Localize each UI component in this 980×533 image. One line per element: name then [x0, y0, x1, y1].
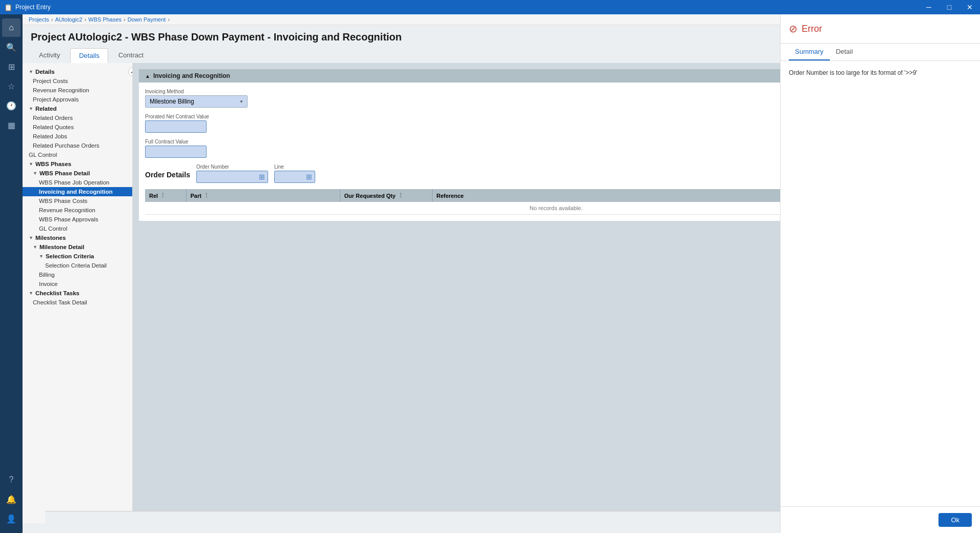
col-part-menu-icon[interactable]: ⋮	[203, 192, 209, 199]
tree-item-billing[interactable]: Billing	[23, 270, 132, 279]
tree-item-project-costs[interactable]: Project Costs	[23, 76, 132, 86]
error-footer: Ok	[781, 506, 980, 533]
breadcrumb-wbs-phases[interactable]: WBS Phases	[88, 16, 121, 23]
line-input-wrapper: 1 ⊞	[274, 171, 315, 183]
invoicing-method-select-wrapper: Milestone Billing	[145, 95, 248, 108]
tree-item-invoicing-recognition[interactable]: Invoicing and Recognition	[23, 187, 132, 196]
tree-item-related-section[interactable]: ▼Related	[23, 104, 132, 113]
tree-item-checklist-task-detail[interactable]: Checklist Task Detail	[23, 298, 132, 307]
error-title-text: Error	[802, 24, 822, 34]
tab-details[interactable]: Details	[70, 48, 108, 63]
invoicing-method-label: Invoicing Method	[145, 89, 248, 94]
tree-item-wbs-phase-detail[interactable]: ▼WBS Phase Detail	[23, 169, 132, 178]
tree-item-related-jobs[interactable]: Related Jobs	[23, 132, 132, 141]
sidebar-menu-icon[interactable]: ⊞	[2, 57, 21, 76]
section-title: Invoicing and Recognition	[153, 72, 230, 79]
breadcrumb-projects[interactable]: Projects	[29, 16, 49, 23]
error-body: Order Number is too large for its format…	[781, 61, 980, 506]
tab-contract[interactable]: Contract	[110, 48, 152, 63]
tree-item-invoice[interactable]: Invoice	[23, 279, 132, 289]
sidebar-bottom: ? 🔔 👤	[2, 470, 21, 529]
window-controls: ─ □ ✕	[918, 0, 980, 14]
full-contract-group: Full Contract Value 0.00	[145, 139, 207, 158]
sidebar-bell-icon[interactable]: 🔔	[2, 490, 21, 508]
prorated-net-contract-label: Prorated Net Contract Value	[145, 114, 209, 119]
sidebar-home-icon[interactable]: ⌂	[2, 18, 21, 37]
error-tab-summary[interactable]: Summary	[789, 44, 830, 60]
tree-item-details-section[interactable]: ▼Details	[23, 67, 132, 76]
tree-item-milestones[interactable]: ▼Milestones	[23, 233, 132, 242]
sidebar-grid-icon[interactable]: ▦	[2, 116, 21, 134]
app-icon: 📋	[4, 4, 12, 11]
tree-nav: ▼DetailsProject CostsRevenue Recognition…	[23, 63, 133, 523]
maximize-btn[interactable]: □	[939, 0, 959, 14]
tree-item-project-approvals[interactable]: Project Approvals	[23, 95, 132, 104]
col-rel: Rel ⋮	[145, 189, 186, 202]
main-area: Projects › AUtologic2 › WBS Phases › Dow…	[23, 14, 980, 533]
sidebar-clock-icon[interactable]: 🕐	[2, 96, 21, 115]
tree-item-wbs-phases[interactable]: ▼WBS Phases	[23, 159, 132, 169]
full-contract-value-input[interactable]: 0.00	[145, 146, 207, 158]
sidebar-search-icon[interactable]: 🔍	[2, 38, 21, 56]
tree-item-gl-control-wbs[interactable]: GL Control	[23, 224, 132, 233]
col-part: Part ⋮	[186, 189, 340, 202]
invoicing-method-group: Invoicing Method Milestone Billing	[145, 89, 248, 108]
order-details-title: Order Details	[145, 171, 190, 179]
page-title: Project AUtologic2 - WBS Phase Down Paym…	[31, 31, 798, 43]
minimize-btn[interactable]: ─	[918, 0, 939, 14]
tree-item-related-orders[interactable]: Related Orders	[23, 113, 132, 122]
sidebar-help-icon[interactable]: ?	[2, 470, 21, 489]
tree-item-checklist-tasks[interactable]: ▼Checklist Tasks	[23, 289, 132, 298]
full-contract-label: Full Contract Value	[145, 139, 207, 145]
tree-item-revenue-recognition[interactable]: Revenue Recognition	[23, 86, 132, 95]
breadcrumb-down-payment[interactable]: Down Payment	[128, 16, 166, 23]
line-group: Line 1 ⊞	[274, 164, 315, 183]
line-label: Line	[274, 164, 315, 170]
col-qty-menu-icon[interactable]: ⋮	[398, 192, 403, 199]
tab-activity[interactable]: Activity	[31, 48, 68, 63]
line-clear-icon[interactable]: ⊞	[306, 173, 312, 181]
close-btn[interactable]: ✕	[959, 0, 980, 14]
ok-button[interactable]: Ok	[938, 513, 972, 527]
tree-item-wbs-phase-job-operation[interactable]: WBS Phase Job Operation	[23, 178, 132, 187]
order-number-clear-icon[interactable]: ⊞	[259, 173, 265, 181]
section-caret-icon[interactable]: ▲	[145, 73, 150, 79]
order-number-input[interactable]: 19005	[196, 171, 268, 183]
tree-item-related-quotes[interactable]: Related Quotes	[23, 122, 132, 132]
error-tabs: Summary Detail	[781, 44, 980, 61]
title-bar: 📋 Project Entry ─ □ ✕	[0, 0, 980, 14]
tree-item-revenue-recognition-wbs[interactable]: Revenue Recognition	[23, 206, 132, 215]
tree-item-related-purchase-orders[interactable]: Related Purchase Orders	[23, 141, 132, 150]
tree-item-milestone-detail[interactable]: ▼Milestone Detail	[23, 242, 132, 252]
prorated-net-contract-group: Prorated Net Contract Value 0.00	[145, 114, 209, 133]
tree-item-wbs-phase-costs[interactable]: WBS Phase Costs	[23, 196, 132, 206]
error-message: Order Number is too large for its format…	[789, 69, 972, 76]
app-sidebar: ⌂ 🔍 ⊞ ☆ 🕐 ▦ ? 🔔 👤	[0, 14, 23, 533]
order-number-group: Order Number 19005 ⊞	[196, 164, 268, 183]
col-requested-qty: Our Requested Qty ⋮	[340, 189, 432, 202]
tree-item-gl-control[interactable]: GL Control	[23, 150, 132, 159]
invoicing-method-select[interactable]: Milestone Billing	[145, 95, 248, 108]
order-number-input-wrapper: 19005 ⊞	[196, 171, 268, 183]
tree-item-wbs-phase-approvals[interactable]: WBS Phase Approvals	[23, 215, 132, 224]
error-circle-icon: ⊘	[789, 23, 798, 35]
error-title: ⊘ Error	[789, 23, 972, 35]
title-bar-text: Project Entry	[15, 4, 51, 11]
tree-item-selection-criteria[interactable]: ▼Selection Criteria	[23, 252, 132, 261]
order-number-label: Order Number	[196, 164, 268, 170]
tree-item-selection-criteria-detail[interactable]: Selection Criteria Detail	[23, 261, 132, 270]
sidebar-user-icon[interactable]: 👤	[2, 509, 21, 528]
error-tab-detail[interactable]: Detail	[830, 44, 859, 60]
breadcrumb-autologic2[interactable]: AUtologic2	[55, 16, 82, 23]
error-panel: ⊘ Error Summary Detail Order Number is t…	[780, 14, 980, 533]
col-rel-menu-icon[interactable]: ⋮	[160, 192, 166, 199]
error-panel-header: ⊘ Error	[781, 14, 980, 44]
prorated-net-contract-value-input[interactable]: 0.00	[145, 120, 207, 133]
sidebar-star-icon[interactable]: ☆	[2, 77, 21, 95]
